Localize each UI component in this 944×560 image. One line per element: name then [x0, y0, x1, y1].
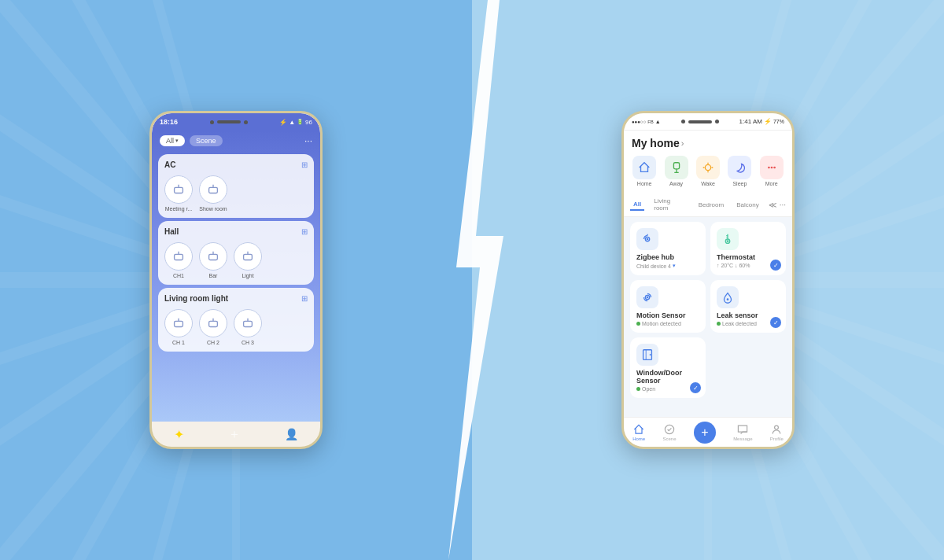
rnav-add-button[interactable]: +: [694, 422, 716, 444]
living-device-3-icon: [234, 309, 262, 337]
leak-sensor-icon-wrap: [717, 286, 739, 308]
shortcut-home-icon-wrap: [632, 156, 656, 179]
left-nav-profile-icon[interactable]: 👤: [285, 428, 298, 440]
motion-sensor-name: Motion Sensor: [636, 311, 699, 319]
ac-device-1-icon: [164, 175, 193, 204]
thermostat-status-text: ↑ 20°C ↓ 60%: [717, 263, 750, 268]
ac-group-header: AC ⊞: [164, 160, 308, 169]
tab-more-icon[interactable]: ···: [780, 201, 786, 209]
leak-sensor-card[interactable]: Leak sensor Leak detected ✓: [710, 280, 786, 333]
ac-group: AC ⊞ Meeting r...: [158, 154, 314, 218]
leak-sensor-name: Leak sensor: [717, 311, 780, 319]
rnav-scene[interactable]: Scene: [662, 423, 676, 441]
tab-scroll-icon[interactable]: ≪: [769, 201, 776, 209]
hall-device-1-icon: [164, 242, 193, 271]
living-device-2[interactable]: CH 2: [199, 309, 227, 345]
svg-rect-41: [673, 163, 679, 169]
ac-group-title: AC: [164, 160, 175, 169]
door-edit-btn[interactable]: ✓: [690, 382, 701, 393]
hall-device-3[interactable]: Light: [234, 242, 262, 278]
shortcut-wake[interactable]: Wake: [696, 156, 720, 186]
rnav-add[interactable]: +: [694, 422, 716, 444]
hall-device-1[interactable]: CH1: [164, 242, 193, 278]
right-camera: [681, 120, 719, 123]
svg-point-55: [727, 298, 729, 300]
svg-rect-25: [175, 187, 183, 193]
door-sensor-icon-wrap: [636, 344, 658, 366]
battery-icon: 🔋: [297, 119, 304, 125]
shortcut-wake-icon-wrap: [696, 156, 720, 179]
left-nav-add-icon[interactable]: ＋: [228, 426, 241, 443]
left-nav-home-icon[interactable]: ✦: [174, 427, 184, 442]
shortcut-wake-label: Wake: [701, 181, 715, 186]
shortcut-home[interactable]: Home: [632, 156, 656, 186]
shortcut-more-label: More: [765, 181, 778, 186]
ac-group-icon: ⊞: [301, 160, 308, 169]
rnav-message-label: Message: [733, 437, 752, 441]
leak-edit-btn[interactable]: ✓: [770, 317, 781, 328]
thermostat-card[interactable]: Thermostat ↑ 20°C ↓ 60% ✓: [710, 222, 786, 275]
svg-rect-33: [244, 254, 253, 260]
ac-device-1[interactable]: Meeting r...: [164, 175, 193, 212]
more-button[interactable]: ···: [304, 135, 312, 146]
scene-button[interactable]: Scene: [190, 135, 223, 146]
ac-device-2[interactable]: Show room: [199, 175, 227, 212]
svg-point-45: [773, 167, 776, 169]
right-wifi-icon: ▲: [655, 119, 661, 124]
living-device-3[interactable]: CH 3: [234, 309, 262, 345]
thermostat-icon-wrap: [717, 228, 739, 250]
tab-balcony[interactable]: Balcony: [733, 200, 761, 210]
room-tabs: All Living room Bedroom Balcony ≪ ···: [624, 193, 792, 217]
shortcut-more[interactable]: More: [760, 156, 784, 186]
zigbee-chevron-icon: ▾: [673, 263, 676, 269]
left-phone: 18:16 ⚡ ▲ 🔋 96: [149, 111, 323, 449]
living-group-title: Living room light: [164, 294, 228, 303]
motion-status-text: Motion detected: [642, 321, 681, 326]
svg-point-57: [650, 354, 651, 356]
motion-sensor-icon-wrap: [636, 286, 658, 308]
door-sensor-name: Window/Door Sensor: [636, 369, 699, 385]
wifi-icon: ▲: [289, 119, 295, 126]
hall-device-2[interactable]: Bar: [199, 242, 227, 278]
right-status-bar: ●●●○○ FB ▲ 1:41 AM ⚡ 77%: [624, 113, 792, 131]
lightning-bolt: [433, 0, 511, 560]
living-device-3-label: CH 3: [242, 340, 254, 345]
right-phone-half: ●●●○○ FB ▲ 1:41 AM ⚡ 77%: [472, 0, 944, 560]
right-bluetooth-icon: ⚡: [764, 118, 772, 125]
device-grid: Zigbee hub Child device 4 ▾: [624, 217, 792, 403]
left-screen: All ▾ Scene ··· AC: [152, 131, 320, 422]
rnav-profile[interactable]: Profile: [770, 423, 784, 441]
door-sensor-card[interactable]: Window/Door Sensor Open ✓: [630, 337, 706, 398]
motion-sensor-card[interactable]: Motion Sensor Motion detected: [630, 280, 706, 333]
tab-all[interactable]: All: [630, 199, 644, 211]
dots-label: ···: [304, 135, 312, 146]
shortcut-away[interactable]: Away: [665, 156, 688, 186]
hall-device-3-label: Light: [242, 273, 253, 278]
right-camera-dot-l: [681, 120, 685, 123]
svg-point-60: [775, 426, 779, 429]
left-phone-half: 18:16 ⚡ ▲ 🔋 96: [0, 0, 472, 560]
living-device-2-icon: [199, 309, 227, 337]
tab-living-room[interactable]: Living room: [651, 196, 688, 213]
zigbee-hub-card[interactable]: Zigbee hub Child device 4 ▾: [630, 222, 706, 275]
thermostat-edit-btn[interactable]: ✓: [770, 260, 781, 271]
rnav-profile-label: Profile: [770, 437, 784, 441]
shortcut-more-icon-wrap: [760, 156, 784, 179]
more-icon: [765, 160, 779, 175]
zigbee-hub-status-text: Child device 4: [636, 263, 671, 269]
shortcut-sleep-icon-wrap: [728, 156, 751, 179]
left-time: 18:16: [160, 118, 178, 126]
scene-label: Scene: [196, 137, 216, 145]
living-device-1[interactable]: CH 1: [164, 309, 193, 345]
rnav-home[interactable]: Home: [632, 423, 645, 441]
rnav-home-label: Home: [632, 437, 645, 441]
right-speaker-bar: [688, 120, 712, 123]
hall-devices: CH1 Bar: [164, 242, 308, 278]
all-button[interactable]: All ▾: [160, 135, 185, 146]
hall-group: Hall ⊞ CH1: [158, 221, 314, 285]
home-icon: [637, 160, 651, 175]
shortcut-sleep[interactable]: Sleep: [728, 156, 751, 186]
rnav-message[interactable]: Message: [733, 423, 752, 441]
left-status-icons: ⚡ ▲ 🔋 96: [279, 119, 312, 126]
tab-bedroom[interactable]: Bedroom: [695, 200, 727, 210]
